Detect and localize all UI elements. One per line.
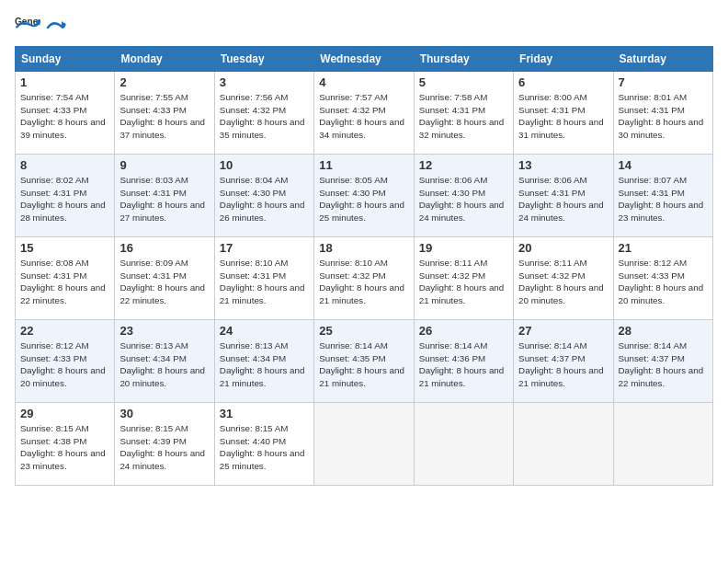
calendar-cell: 13Sunrise: 8:06 AMSunset: 4:31 PMDayligh… xyxy=(514,155,613,237)
calendar: SundayMondayTuesdayWednesdayThursdayFrid… xyxy=(15,46,713,486)
column-header-wednesday: Wednesday xyxy=(314,47,414,72)
day-number: 4 xyxy=(319,75,408,89)
calendar-cell: 31Sunrise: 8:15 AMSunset: 4:40 PMDayligh… xyxy=(214,403,313,486)
day-number: 12 xyxy=(419,158,508,172)
calendar-header-row: SundayMondayTuesdayWednesdayThursdayFrid… xyxy=(16,47,713,72)
calendar-cell: 19Sunrise: 8:11 AMSunset: 4:32 PMDayligh… xyxy=(414,237,513,320)
day-number: 28 xyxy=(619,324,708,338)
day-detail: Sunrise: 7:55 AMSunset: 4:33 PMDaylight:… xyxy=(119,91,209,142)
day-detail: Sunrise: 8:01 AMSunset: 4:31 PMDaylight:… xyxy=(619,91,708,142)
day-number: 14 xyxy=(619,158,708,172)
day-number: 24 xyxy=(220,324,309,338)
calendar-cell: 22Sunrise: 8:12 AMSunset: 4:33 PMDayligh… xyxy=(16,320,115,403)
column-header-tuesday: Tuesday xyxy=(214,47,313,72)
calendar-cell: 12Sunrise: 8:06 AMSunset: 4:30 PMDayligh… xyxy=(414,155,513,237)
day-detail: Sunrise: 7:57 AMSunset: 4:32 PMDaylight:… xyxy=(319,91,408,142)
day-number: 8 xyxy=(20,158,109,172)
calendar-cell: 30Sunrise: 8:15 AMSunset: 4:39 PMDayligh… xyxy=(115,403,214,486)
day-detail: Sunrise: 8:08 AMSunset: 4:31 PMDaylight:… xyxy=(20,257,109,307)
calendar-cell: 1Sunrise: 7:54 AMSunset: 4:33 PMDaylight… xyxy=(16,72,115,155)
day-detail: Sunrise: 8:14 AMSunset: 4:36 PMDaylight:… xyxy=(419,339,508,390)
header: General xyxy=(15,15,713,35)
calendar-cell: 5Sunrise: 7:58 AMSunset: 4:31 PMDaylight… xyxy=(414,72,513,155)
day-number: 13 xyxy=(518,158,608,172)
calendar-cell: 8Sunrise: 8:02 AMSunset: 4:31 PMDaylight… xyxy=(16,155,115,237)
day-number: 9 xyxy=(119,158,209,172)
column-header-sunday: Sunday xyxy=(16,47,115,72)
day-detail: Sunrise: 7:58 AMSunset: 4:31 PMDaylight:… xyxy=(419,91,508,142)
calendar-cell: 18Sunrise: 8:10 AMSunset: 4:32 PMDayligh… xyxy=(314,237,414,320)
calendar-cell: 3Sunrise: 7:56 AMSunset: 4:32 PMDaylight… xyxy=(214,72,313,155)
day-number: 25 xyxy=(319,324,408,338)
day-number: 19 xyxy=(419,241,508,255)
day-detail: Sunrise: 8:15 AMSunset: 4:39 PMDaylight:… xyxy=(119,422,209,473)
day-detail: Sunrise: 7:54 AMSunset: 4:33 PMDaylight:… xyxy=(20,91,109,142)
day-detail: Sunrise: 8:15 AMSunset: 4:38 PMDaylight:… xyxy=(20,422,109,473)
calendar-cell: 11Sunrise: 8:05 AMSunset: 4:30 PMDayligh… xyxy=(314,155,414,237)
day-detail: Sunrise: 8:14 AMSunset: 4:37 PMDaylight:… xyxy=(518,339,608,390)
calendar-cell: 20Sunrise: 8:11 AMSunset: 4:32 PMDayligh… xyxy=(514,237,613,320)
day-detail: Sunrise: 8:11 AMSunset: 4:32 PMDaylight:… xyxy=(518,257,608,307)
day-detail: Sunrise: 7:56 AMSunset: 4:32 PMDaylight:… xyxy=(220,91,309,142)
day-number: 26 xyxy=(419,324,508,338)
day-number: 22 xyxy=(20,324,109,338)
calendar-week-row: 15Sunrise: 8:08 AMSunset: 4:31 PMDayligh… xyxy=(16,237,713,320)
day-number: 20 xyxy=(518,241,608,255)
day-detail: Sunrise: 8:11 AMSunset: 4:32 PMDaylight:… xyxy=(419,257,508,307)
logo: General xyxy=(15,15,66,35)
day-number: 15 xyxy=(20,241,109,255)
day-number: 27 xyxy=(518,324,608,338)
day-detail: Sunrise: 8:02 AMSunset: 4:31 PMDaylight:… xyxy=(20,174,109,224)
calendar-cell: 6Sunrise: 8:00 AMSunset: 4:31 PMDaylight… xyxy=(514,72,613,155)
day-number: 11 xyxy=(319,158,408,172)
day-detail: Sunrise: 8:06 AMSunset: 4:31 PMDaylight:… xyxy=(518,174,608,224)
calendar-week-row: 1Sunrise: 7:54 AMSunset: 4:33 PMDaylight… xyxy=(16,72,713,155)
day-detail: Sunrise: 8:10 AMSunset: 4:32 PMDaylight:… xyxy=(319,257,408,307)
calendar-cell: 24Sunrise: 8:13 AMSunset: 4:34 PMDayligh… xyxy=(214,320,313,403)
calendar-cell: 7Sunrise: 8:01 AMSunset: 4:31 PMDaylight… xyxy=(613,72,712,155)
column-header-friday: Friday xyxy=(514,47,613,72)
calendar-cell: 28Sunrise: 8:14 AMSunset: 4:37 PMDayligh… xyxy=(613,320,712,403)
day-number: 3 xyxy=(220,75,309,89)
day-detail: Sunrise: 8:07 AMSunset: 4:31 PMDaylight:… xyxy=(619,174,708,224)
day-detail: Sunrise: 8:12 AMSunset: 4:33 PMDaylight:… xyxy=(20,339,109,390)
day-detail: Sunrise: 8:05 AMSunset: 4:30 PMDaylight:… xyxy=(319,174,408,224)
day-number: 23 xyxy=(119,324,209,338)
calendar-week-row: 29Sunrise: 8:15 AMSunset: 4:38 PMDayligh… xyxy=(16,403,713,486)
column-header-saturday: Saturday xyxy=(613,47,712,72)
calendar-cell: 15Sunrise: 8:08 AMSunset: 4:31 PMDayligh… xyxy=(16,237,115,320)
calendar-week-row: 22Sunrise: 8:12 AMSunset: 4:33 PMDayligh… xyxy=(16,320,713,403)
day-detail: Sunrise: 8:04 AMSunset: 4:30 PMDaylight:… xyxy=(220,174,309,224)
day-number: 1 xyxy=(20,75,109,89)
calendar-cell: 27Sunrise: 8:14 AMSunset: 4:37 PMDayligh… xyxy=(514,320,613,403)
day-detail: Sunrise: 8:13 AMSunset: 4:34 PMDaylight:… xyxy=(220,339,309,390)
column-header-thursday: Thursday xyxy=(414,47,513,72)
day-number: 17 xyxy=(220,241,309,255)
calendar-cell xyxy=(514,403,613,486)
day-detail: Sunrise: 8:06 AMSunset: 4:30 PMDaylight:… xyxy=(419,174,508,224)
day-detail: Sunrise: 8:15 AMSunset: 4:40 PMDaylight:… xyxy=(220,422,309,473)
day-number: 16 xyxy=(119,241,209,255)
day-detail: Sunrise: 8:10 AMSunset: 4:31 PMDaylight:… xyxy=(220,257,309,307)
calendar-cell xyxy=(314,403,414,486)
calendar-cell: 17Sunrise: 8:10 AMSunset: 4:31 PMDayligh… xyxy=(214,237,313,320)
day-number: 21 xyxy=(619,241,708,255)
day-detail: Sunrise: 8:13 AMSunset: 4:34 PMDaylight:… xyxy=(119,339,209,390)
day-number: 30 xyxy=(119,407,209,420)
logo-arrow-icon xyxy=(46,18,66,35)
day-number: 10 xyxy=(220,158,309,172)
calendar-cell: 9Sunrise: 8:03 AMSunset: 4:31 PMDaylight… xyxy=(115,155,214,237)
day-number: 5 xyxy=(419,75,508,89)
calendar-cell: 10Sunrise: 8:04 AMSunset: 4:30 PMDayligh… xyxy=(214,155,313,237)
calendar-cell: 26Sunrise: 8:14 AMSunset: 4:36 PMDayligh… xyxy=(414,320,513,403)
calendar-week-row: 8Sunrise: 8:02 AMSunset: 4:31 PMDaylight… xyxy=(16,155,713,237)
day-detail: Sunrise: 8:14 AMSunset: 4:35 PMDaylight:… xyxy=(319,339,408,390)
day-number: 18 xyxy=(319,241,408,255)
calendar-cell xyxy=(613,403,712,486)
day-number: 29 xyxy=(20,407,109,420)
calendar-cell: 29Sunrise: 8:15 AMSunset: 4:38 PMDayligh… xyxy=(16,403,115,486)
calendar-cell: 4Sunrise: 7:57 AMSunset: 4:32 PMDaylight… xyxy=(314,72,414,155)
day-detail: Sunrise: 8:00 AMSunset: 4:31 PMDaylight:… xyxy=(518,91,608,142)
logo-icon: General xyxy=(15,15,40,35)
day-detail: Sunrise: 8:12 AMSunset: 4:33 PMDaylight:… xyxy=(619,257,708,307)
